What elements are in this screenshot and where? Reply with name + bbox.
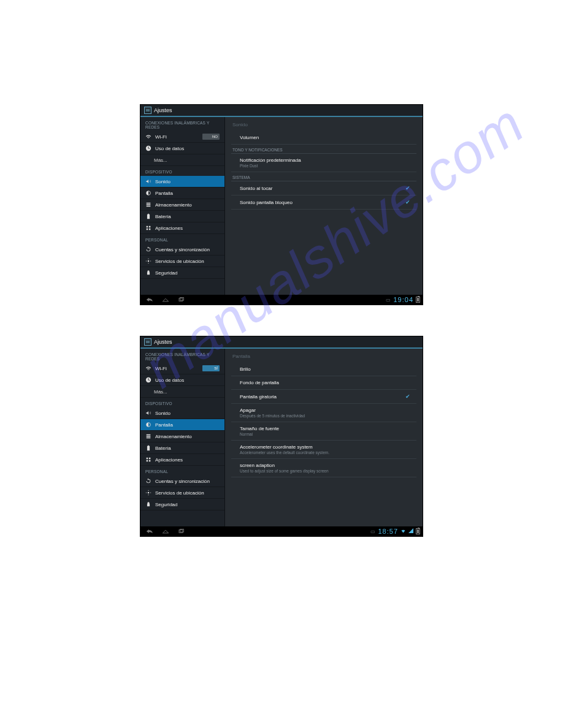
sidebar-section-label: PERSONAL <box>140 234 224 244</box>
display-icon <box>145 190 151 196</box>
content-item-title: Pantalla giratoria <box>240 394 405 400</box>
clock: 18:57 <box>378 528 398 535</box>
app-title: Ajustes <box>154 339 172 345</box>
content-item[interactable]: Sonido pantalla bloqueo✔ <box>231 195 416 210</box>
settings-icon <box>144 107 151 114</box>
wifi-toggle[interactable]: NO <box>202 134 220 140</box>
content-item[interactable]: Notificación predeterminadaPixie Dust <box>231 154 416 172</box>
sidebar-item[interactable]: Servicios de ubicación <box>140 487 224 499</box>
svg-point-5 <box>148 492 150 494</box>
content-section-label: TONO Y NOTIFICACIONES <box>231 145 416 154</box>
checkbox-checked-icon[interactable]: ✔ <box>405 199 410 205</box>
sidebar-item[interactable]: Wi-FiSÍ <box>140 363 224 374</box>
notification-icon[interactable]: ▭ <box>370 529 375 534</box>
content-item[interactable]: screen adaptionUsed to adjust size of so… <box>231 459 416 477</box>
app-header: Ajustes <box>140 105 423 117</box>
content-title: Pantalla <box>231 349 416 363</box>
content-item-title: Apagar <box>240 408 414 413</box>
sound-icon <box>145 410 151 416</box>
recent-button[interactable] <box>175 528 188 534</box>
content-section-label: SISTEMA <box>231 172 416 181</box>
content-item[interactable]: ApagarDespués de 5 minutos de inactivida… <box>231 404 416 422</box>
sidebar-item[interactable]: Sonido <box>140 176 224 188</box>
back-button[interactable] <box>143 528 156 534</box>
sidebar-item[interactable]: Uso de datos <box>140 143 224 154</box>
signal-icon <box>408 528 413 534</box>
sidebar-item[interactable]: Servicios de ubicación <box>140 256 224 267</box>
settings-content: SonidoVolumenTONO Y NOTIFICACIONESNotifi… <box>225 117 423 295</box>
content-item[interactable]: Brillo <box>231 363 416 376</box>
sidebar-section-label: DISPOSITIVO <box>140 166 224 176</box>
sidebar-item-label: Batería <box>155 446 171 451</box>
content-item-title: Volumen <box>240 135 414 140</box>
wifi-toggle[interactable]: SÍ <box>202 365 220 371</box>
sidebar-item[interactable]: Almacenamiento <box>140 199 224 211</box>
sidebar-item[interactable]: Cuentas y sincronización <box>140 476 224 487</box>
battery-icon <box>416 528 420 534</box>
home-button[interactable] <box>159 297 172 303</box>
recent-button[interactable] <box>175 297 188 303</box>
settings-screen: AjustesCONEXIONES INALÁMBRICAS Y REDESWi… <box>140 104 423 305</box>
sidebar-item[interactable]: Aplicaciones <box>140 454 224 466</box>
settings-icon <box>144 338 151 346</box>
sidebar-item[interactable]: Uso de datos <box>140 374 224 386</box>
back-button[interactable] <box>143 297 156 303</box>
svg-point-1 <box>148 260 150 262</box>
content-item-title: Sonido pantalla bloqueo <box>240 200 405 205</box>
content-title: Sonido <box>231 117 416 131</box>
display-icon <box>145 422 151 428</box>
sidebar-section-label: CONEXIONES INALÁMBRICAS Y REDES <box>140 117 224 131</box>
sidebar-item[interactable]: Más... <box>140 386 224 398</box>
sidebar-item[interactable]: Batería <box>140 442 224 454</box>
content-item-title: Sonido al tocar <box>240 186 405 191</box>
sidebar-item-label: Almacenamiento <box>155 434 192 439</box>
sound-icon <box>145 178 151 184</box>
sidebar-item[interactable]: Wi-FiNO <box>140 131 224 143</box>
notification-icon[interactable]: ▭ <box>386 297 391 303</box>
content-item-subtitle: Normal <box>240 432 414 436</box>
sidebar-section-label: DISPOSITIVO <box>140 398 224 408</box>
sidebar-item[interactable]: Más... <box>140 154 224 166</box>
checkbox-checked-icon[interactable]: ✔ <box>405 185 410 191</box>
apps-icon <box>145 457 151 463</box>
settings-sidebar: CONEXIONES INALÁMBRICAS Y REDESWi-FiSÍUs… <box>140 349 225 526</box>
status-area: ▭19:04 <box>386 296 420 303</box>
settings-screen: AjustesCONEXIONES INALÁMBRICAS Y REDESWi… <box>140 336 423 537</box>
svg-rect-7 <box>180 529 184 533</box>
wifi-icon <box>145 134 151 140</box>
wifi-icon <box>145 365 151 371</box>
checkbox-checked-icon[interactable]: ✔ <box>405 393 410 400</box>
sidebar-item[interactable]: Seguridad <box>140 267 224 279</box>
sidebar-item[interactable]: Aplicaciones <box>140 222 224 234</box>
svg-rect-2 <box>179 298 183 301</box>
content-item[interactable]: Sonido al tocar✔ <box>231 181 416 195</box>
security-icon <box>145 270 151 276</box>
content-item-title: Fondo de pantalla <box>240 380 414 385</box>
location-icon <box>145 490 151 496</box>
content-item[interactable]: Accelerometer coordinate systemAccelerom… <box>231 441 416 459</box>
content-item-subtitle: Accelerometer uses the default coordinat… <box>240 450 414 455</box>
sidebar-item[interactable]: Seguridad <box>140 499 224 510</box>
content-item-title: Accelerometer coordinate system <box>240 444 414 450</box>
security-icon <box>145 501 151 507</box>
sidebar-item-label: Servicios de ubicación <box>155 259 204 264</box>
content-item[interactable]: Fondo de pantalla <box>231 376 416 390</box>
sidebar-item[interactable]: Sonido <box>140 408 224 419</box>
content-item-subtitle: Pixie Dust <box>240 164 414 168</box>
sidebar-item[interactable]: Batería <box>140 211 224 222</box>
content-item[interactable]: Tamaño de fuenteNormal <box>231 422 416 441</box>
sidebar-item-label: Uso de datos <box>155 377 184 383</box>
content-item[interactable]: Volumen <box>231 131 416 145</box>
sidebar-item[interactable]: Cuentas y sincronización <box>140 244 224 256</box>
sidebar-item[interactable]: Pantalla <box>140 419 224 431</box>
sidebar-item-label: Cuentas y sincronización <box>155 247 210 252</box>
home-button[interactable] <box>159 528 172 534</box>
sidebar-item-label: Seguridad <box>155 502 177 507</box>
content-item[interactable]: Pantalla giratoria✔ <box>231 390 416 404</box>
sidebar-item-label: Más... <box>154 389 167 395</box>
sidebar-item-label: Pantalla <box>155 191 173 196</box>
storage-icon <box>145 433 151 439</box>
sidebar-item-label: Wi-Fi <box>155 134 167 140</box>
sidebar-item[interactable]: Pantalla <box>140 188 224 199</box>
sidebar-item[interactable]: Almacenamiento <box>140 431 224 442</box>
